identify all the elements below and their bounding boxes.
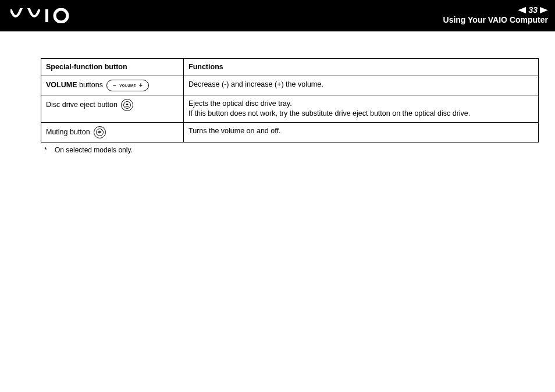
svg-point-1 (55, 9, 67, 22)
content-area: Special-function button Functions VOLUME… (0, 31, 555, 154)
row-desc: Decrease (-) and increase (+) the volume… (188, 80, 533, 90)
mute-icon (94, 126, 106, 138)
vaio-logo (10, 8, 80, 23)
row-desc: Ejects the optical disc drive tray. (188, 99, 533, 109)
svg-marker-4 (125, 103, 129, 105)
svg-marker-6 (98, 130, 100, 134)
table-header-row: Special-function button Functions (41, 59, 539, 76)
table-row: Muting button (41, 122, 539, 142)
section-title: Using Your VAIO Computer (443, 16, 548, 24)
footnote: *On selected models only. (44, 146, 538, 154)
row-label: VOLUME buttons (46, 80, 103, 90)
header-bar: 33 Using Your VAIO Computer (0, 0, 555, 31)
table-row: VOLUME buttons − VOLUME + Decrease (-) a… (41, 76, 539, 95)
special-function-table: Special-function button Functions VOLUME… (41, 58, 539, 142)
page-nav: 33 (518, 6, 548, 15)
svg-marker-2 (518, 7, 526, 13)
svg-rect-0 (45, 9, 48, 22)
svg-marker-3 (540, 7, 548, 13)
eject-icon (121, 99, 133, 111)
svg-rect-5 (125, 106, 129, 106)
table-row: Disc drive eject button Ejects the optic… (41, 95, 539, 122)
volume-buttons-icon: − VOLUME + (106, 80, 149, 91)
row-label: Disc drive eject button (46, 100, 118, 110)
row-desc: Turns the volume on and off. (188, 126, 533, 136)
prev-page-icon[interactable] (518, 7, 526, 13)
header-col2: Functions (184, 59, 539, 76)
row-desc-extra: If this button does not work, try the su… (188, 109, 533, 119)
header-right: 33 Using Your VAIO Computer (443, 6, 548, 24)
page-number: 33 (528, 6, 538, 15)
page: 33 Using Your VAIO Computer Special-func… (0, 0, 555, 392)
row-label: Muting button (46, 127, 90, 137)
next-page-icon[interactable] (540, 7, 548, 13)
header-col1: Special-function button (41, 59, 184, 76)
